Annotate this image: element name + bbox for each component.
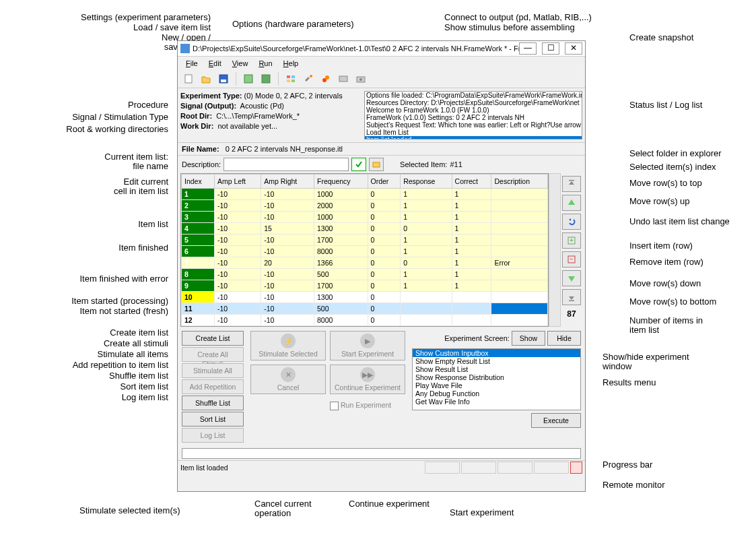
settings-button[interactable]	[283, 71, 299, 87]
result-item[interactable]: Show Response Distribution	[413, 373, 580, 381]
svg-point-9	[310, 75, 312, 77]
annot: Load / save item list	[63, 22, 211, 32]
move-up-button[interactable]	[562, 195, 581, 211]
log-item[interactable]: Load Item List	[365, 129, 582, 136]
results-menu[interactable]: Show Custom Inputbox Show Empty Result L…	[412, 348, 581, 410]
table-row[interactable]: 3-10-101000011	[182, 212, 548, 223]
hide-button[interactable]: Hide	[547, 331, 581, 346]
create-all-stimuli-button[interactable]: Create All Stimuli	[182, 347, 244, 362]
item-list-table[interactable]: IndexAmp LeftAmp RightFrequencyOrderResp…	[180, 173, 549, 327]
minimize-button[interactable]: —	[519, 42, 537, 55]
table-row[interactable]: 4-10151300001	[182, 223, 548, 234]
insert-row-button[interactable]: +	[562, 232, 581, 249]
annot: file name	[27, 161, 168, 171]
log-list-button[interactable]: Log List	[182, 428, 244, 443]
result-item[interactable]: Show Empty Result List	[413, 357, 580, 365]
move-bottom-button[interactable]	[562, 289, 581, 305]
annot: Stimulate selected item(s)	[79, 505, 180, 515]
status-text: Item list loaded	[180, 464, 228, 472]
load-itemlist-button[interactable]	[240, 71, 256, 87]
stimulate-selected-button[interactable]: ⚡Stimulate Selected	[250, 331, 326, 360]
annot: Stimulate all items	[27, 349, 168, 359]
move-top-button[interactable]	[562, 176, 581, 192]
close-button[interactable]: ✕	[565, 42, 582, 55]
annot: Number of items in	[629, 315, 703, 325]
svg-rect-4	[262, 75, 270, 83]
annot: Sort item list	[27, 381, 168, 391]
table-row[interactable]: 10-10-1013000	[182, 292, 548, 303]
annot: Create snapshot	[629, 32, 693, 42]
table-row[interactable]: 12-10-1080000	[182, 315, 548, 326]
table-row[interactable]: 11-10-105000	[182, 303, 548, 315]
col-header[interactable]: Index	[182, 175, 215, 189]
execute-button[interactable]: Execute	[531, 413, 581, 428]
maximize-button[interactable]: ☐	[542, 42, 559, 55]
result-item[interactable]: Any Debug Function	[413, 389, 580, 398]
stimulate-all-button[interactable]: Stimulate All	[182, 363, 244, 378]
show-button[interactable]: Show	[512, 331, 545, 346]
table-row[interactable]: 5-10-101700011	[182, 234, 548, 246]
col-header[interactable]: Amp Left	[215, 175, 261, 189]
shuffle-list-button[interactable]: Shuffle List	[182, 396, 244, 410]
new-button[interactable]	[180, 71, 197, 87]
menu-help[interactable]: Help	[278, 58, 304, 69]
col-header[interactable]: Order	[368, 175, 401, 189]
selected-item-value: #11	[450, 160, 462, 168]
log-item[interactable]: Resources Directory: D:\Projects\ExpSuit…	[365, 99, 582, 106]
log-item[interactable]: Welcome to FrameWork 1.0.0 (FW 1.0.0)	[365, 106, 582, 114]
col-header[interactable]: Response	[401, 175, 452, 189]
result-item[interactable]: Get Wav File Info	[413, 398, 580, 406]
table-row[interactable]: 8-10-10500011	[182, 269, 548, 280]
undo-button[interactable]	[562, 214, 581, 230]
col-header[interactable]: Correct	[452, 175, 491, 189]
remove-row-button[interactable]: −	[562, 251, 581, 268]
run-experiment-checkbox[interactable]: Run Experiment	[330, 398, 405, 410]
table-row[interactable]: 6-10-108000011	[182, 246, 548, 257]
add-repetition-button[interactable]: Add Repetition	[182, 379, 244, 394]
connect-button[interactable]	[318, 71, 334, 87]
show-stimulus-button[interactable]	[335, 71, 351, 87]
log-item[interactable]: Item list loaded	[365, 136, 582, 139]
table-row[interactable]: 1-10-101000011	[182, 189, 548, 200]
snapshot-button[interactable]	[353, 71, 369, 87]
log-item[interactable]: Subject's Request Text: Which tone was e…	[365, 121, 582, 129]
save-button[interactable]	[215, 71, 232, 87]
log-item[interactable]: FrameWork (v1.0.0) Settings: 0 2 AFC 2 i…	[365, 114, 582, 121]
open-button[interactable]	[198, 71, 214, 87]
col-header[interactable]: Amp Right	[261, 175, 314, 189]
svg-rect-15	[373, 162, 380, 167]
table-row[interactable]: 7 !-10201366001Error	[182, 257, 548, 269]
table-row[interactable]: 2-10-102000011	[182, 200, 548, 212]
annot: Item finished	[27, 243, 168, 253]
result-item[interactable]: Show Result List	[413, 365, 580, 373]
continue-experiment-button[interactable]: ▶▶Continue Experiment	[330, 365, 405, 394]
menu-run[interactable]: Run	[253, 58, 277, 69]
edit-cell-button[interactable]	[351, 158, 366, 171]
menu-view[interactable]: View	[227, 58, 254, 69]
options-button[interactable]	[300, 71, 316, 87]
remote-monitor-icon[interactable]	[570, 462, 582, 474]
table-row[interactable]: 9-10-101700011	[182, 280, 548, 292]
col-header[interactable]: Frequency	[314, 175, 368, 189]
move-down-button[interactable]	[562, 270, 581, 286]
selected-item-label: Selected Item:	[400, 160, 447, 168]
svg-rect-16	[569, 180, 574, 181]
create-list-button[interactable]: Create List	[182, 331, 244, 346]
item-list-scrollbar[interactable]	[549, 173, 561, 327]
sort-list-button[interactable]: Sort List	[182, 412, 244, 427]
result-item[interactable]: Play Wave File	[413, 381, 580, 389]
log-list[interactable]: Options file loaded: C:\ProgramData\ExpS…	[364, 91, 582, 139]
annot: item list	[629, 325, 659, 335]
col-header[interactable]: Description	[491, 175, 548, 189]
cancel-button[interactable]: ✕Cancel	[250, 365, 326, 394]
explorer-button[interactable]	[369, 158, 384, 171]
result-item[interactable]: Show Custom Inputbox	[413, 349, 580, 357]
description-input[interactable]	[224, 158, 349, 171]
annot: Shuffle item list	[27, 371, 168, 381]
save-itemlist-button[interactable]	[258, 71, 274, 87]
annot: Results menu	[603, 377, 656, 387]
start-experiment-button[interactable]: ▶Start Experiment	[330, 331, 405, 360]
menu-file[interactable]: File	[180, 58, 203, 69]
menu-edit[interactable]: Edit	[203, 58, 227, 69]
log-item[interactable]: Options file loaded: C:\ProgramData\ExpS…	[365, 92, 582, 99]
